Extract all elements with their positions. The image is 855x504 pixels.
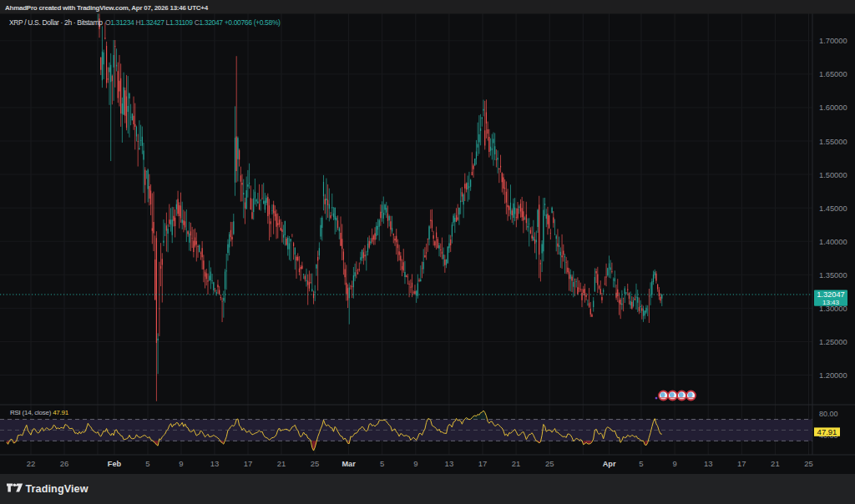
svg-text:TradingView: TradingView <box>26 483 89 495</box>
svg-text:21: 21 <box>771 459 780 468</box>
svg-text:Feb: Feb <box>108 460 122 468</box>
svg-text:1.20000: 1.20000 <box>819 371 847 380</box>
svg-text:17: 17 <box>737 459 746 468</box>
svg-text:1.25000: 1.25000 <box>819 338 847 346</box>
svg-text:XRP / U.S. Dollar · 2h · Bitst: XRP / U.S. Dollar · 2h · Bitstamp O1.312… <box>9 18 281 27</box>
svg-text:47.91: 47.91 <box>817 427 837 436</box>
svg-text:21: 21 <box>277 459 286 468</box>
svg-text:5: 5 <box>145 459 149 468</box>
svg-text:AhmadPro created with TradingV: AhmadPro created with TradingView.com, A… <box>5 4 209 12</box>
svg-text:5: 5 <box>639 459 643 468</box>
svg-text:1.45000: 1.45000 <box>819 204 847 213</box>
svg-text:1.70000: 1.70000 <box>819 37 847 45</box>
svg-text:25: 25 <box>804 459 813 468</box>
svg-text:Mar: Mar <box>341 460 356 468</box>
svg-text:5: 5 <box>380 459 384 468</box>
svg-text:1.35000: 1.35000 <box>819 271 847 280</box>
svg-text:9: 9 <box>672 459 676 468</box>
svg-text:1.55000: 1.55000 <box>819 138 847 146</box>
svg-text:13: 13 <box>445 459 454 468</box>
svg-text:25: 25 <box>311 459 320 468</box>
svg-text:22: 22 <box>27 459 36 468</box>
svg-text:17: 17 <box>244 459 253 468</box>
svg-text:1.65000: 1.65000 <box>819 70 847 78</box>
svg-text:1.32047: 1.32047 <box>817 290 845 299</box>
svg-text:25: 25 <box>545 459 554 468</box>
svg-text:13: 13 <box>704 459 713 468</box>
svg-text:Apr: Apr <box>603 460 616 468</box>
svg-text:21: 21 <box>512 459 521 468</box>
svg-text:17: 17 <box>478 459 488 468</box>
svg-text:1.50000: 1.50000 <box>819 171 847 179</box>
svg-text:13: 13 <box>210 459 220 468</box>
svg-text:26: 26 <box>60 459 69 468</box>
svg-text:RSI (14, close) 47.91: RSI (14, close) 47.91 <box>10 409 69 416</box>
svg-text:13:43: 13:43 <box>822 299 840 306</box>
svg-text:9: 9 <box>413 459 417 468</box>
svg-text:80.00: 80.00 <box>819 410 838 418</box>
svg-text:9: 9 <box>179 459 183 468</box>
svg-text:1.60000: 1.60000 <box>819 103 847 112</box>
svg-text:1.40000: 1.40000 <box>819 238 847 246</box>
